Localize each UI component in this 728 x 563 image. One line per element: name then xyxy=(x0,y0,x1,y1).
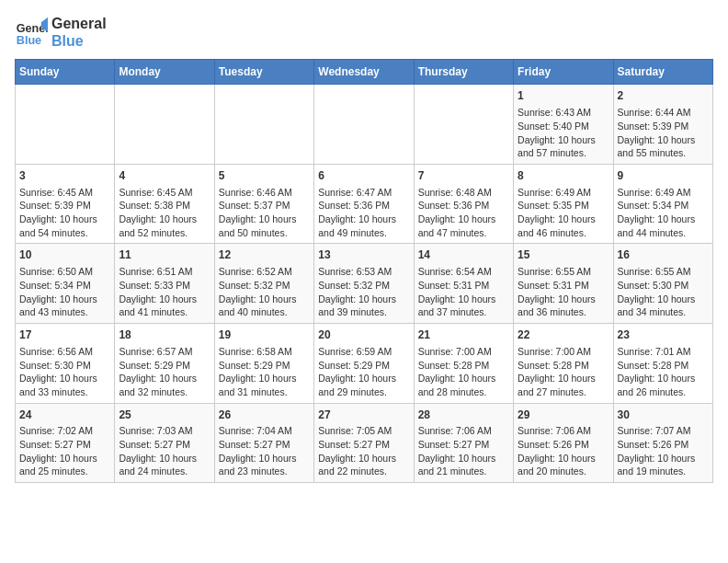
day-info: Sunset: 5:34 PM xyxy=(19,279,110,293)
day-number: 14 xyxy=(418,247,509,263)
header-monday: Monday xyxy=(115,60,214,85)
calendar-cell: 27Sunrise: 7:05 AMSunset: 5:27 PMDayligh… xyxy=(314,403,414,483)
calendar-header: SundayMondayTuesdayWednesdayThursdayFrid… xyxy=(16,60,713,85)
day-number: 24 xyxy=(19,408,110,423)
day-info: Sunset: 5:36 PM xyxy=(418,199,509,213)
day-info: Daylight: 10 hours and 34 minutes. xyxy=(618,293,709,319)
day-info: Daylight: 10 hours and 41 minutes. xyxy=(119,293,210,319)
day-info: Daylight: 10 hours and 57 minutes. xyxy=(518,133,609,160)
day-info: Sunset: 5:28 PM xyxy=(518,359,609,373)
day-info: Sunrise: 6:49 AM xyxy=(618,186,709,200)
calendar-cell: 11Sunrise: 6:51 AMSunset: 5:33 PMDayligh… xyxy=(115,244,214,324)
header-tuesday: Tuesday xyxy=(214,60,313,85)
day-number: 11 xyxy=(119,247,210,263)
day-number: 20 xyxy=(318,327,409,343)
calendar-cell: 30Sunrise: 7:07 AMSunset: 5:26 PMDayligh… xyxy=(613,403,712,483)
day-info: Sunset: 5:27 PM xyxy=(318,438,409,452)
day-info: Sunrise: 7:06 AM xyxy=(418,424,509,438)
day-info: Sunrise: 7:00 AM xyxy=(418,345,509,359)
day-number: 13 xyxy=(318,247,409,263)
calendar-body: 1Sunrise: 6:43 AMSunset: 5:40 PMDaylight… xyxy=(16,85,713,483)
day-number: 26 xyxy=(219,408,310,423)
day-info: Sunset: 5:27 PM xyxy=(418,438,509,452)
day-info: Daylight: 10 hours and 39 minutes. xyxy=(318,293,409,319)
calendar-cell: 23Sunrise: 7:01 AMSunset: 5:28 PMDayligh… xyxy=(613,324,712,404)
day-info: Daylight: 10 hours and 33 minutes. xyxy=(19,372,110,398)
day-info: Sunrise: 6:50 AM xyxy=(19,265,110,279)
day-info: Sunset: 5:27 PM xyxy=(219,438,310,452)
day-info: Sunrise: 6:55 AM xyxy=(518,265,609,279)
day-info: Sunset: 5:30 PM xyxy=(618,279,709,293)
day-info: Sunrise: 6:46 AM xyxy=(219,186,310,200)
day-info: Sunset: 5:34 PM xyxy=(618,199,709,213)
day-number: 12 xyxy=(219,247,310,263)
day-number: 18 xyxy=(119,327,210,343)
day-info: Sunrise: 6:43 AM xyxy=(518,106,609,120)
day-info: Sunset: 5:31 PM xyxy=(518,279,609,293)
day-number: 22 xyxy=(518,327,609,343)
calendar-cell: 25Sunrise: 7:03 AMSunset: 5:27 PMDayligh… xyxy=(115,403,214,483)
logo: General Blue General Blue xyxy=(15,15,107,50)
header-friday: Friday xyxy=(514,60,613,85)
day-number: 8 xyxy=(518,168,609,184)
week-row-5: 24Sunrise: 7:02 AMSunset: 5:27 PMDayligh… xyxy=(16,403,713,483)
day-info: Daylight: 10 hours and 32 minutes. xyxy=(119,372,210,398)
day-info: Sunset: 5:27 PM xyxy=(119,438,210,452)
day-info: Sunrise: 6:45 AM xyxy=(19,186,110,200)
day-info: Sunrise: 6:51 AM xyxy=(119,265,210,279)
day-info: Sunrise: 6:45 AM xyxy=(119,186,210,200)
day-info: Sunrise: 6:48 AM xyxy=(418,186,509,200)
calendar-cell: 7Sunrise: 6:48 AMSunset: 5:36 PMDaylight… xyxy=(414,164,513,244)
day-info: Sunrise: 7:00 AM xyxy=(518,345,609,359)
calendar-cell: 3Sunrise: 6:45 AMSunset: 5:39 PMDaylight… xyxy=(16,164,115,244)
calendar-cell: 20Sunrise: 6:59 AMSunset: 5:29 PMDayligh… xyxy=(314,324,414,404)
day-info: Daylight: 10 hours and 46 minutes. xyxy=(518,213,609,239)
day-number: 28 xyxy=(418,408,509,423)
day-info: Daylight: 10 hours and 22 minutes. xyxy=(318,452,409,478)
calendar-cell: 13Sunrise: 6:53 AMSunset: 5:32 PMDayligh… xyxy=(314,244,414,324)
calendar-cell: 9Sunrise: 6:49 AMSunset: 5:34 PMDaylight… xyxy=(613,164,712,244)
day-number: 19 xyxy=(219,327,310,343)
day-info: Sunrise: 6:52 AM xyxy=(219,265,310,279)
day-info: Sunrise: 7:05 AM xyxy=(318,424,409,438)
day-number: 17 xyxy=(19,327,110,343)
day-info: Sunset: 5:28 PM xyxy=(618,359,709,373)
calendar-cell: 22Sunrise: 7:00 AMSunset: 5:28 PMDayligh… xyxy=(514,324,613,404)
day-number: 5 xyxy=(219,168,310,184)
day-info: Daylight: 10 hours and 26 minutes. xyxy=(618,372,709,398)
day-number: 16 xyxy=(618,247,709,263)
day-info: Sunset: 5:36 PM xyxy=(318,199,409,213)
day-info: Sunset: 5:31 PM xyxy=(418,279,509,293)
calendar-cell: 10Sunrise: 6:50 AMSunset: 5:34 PMDayligh… xyxy=(16,244,115,324)
day-info: Sunset: 5:29 PM xyxy=(119,359,210,373)
day-info: Sunset: 5:39 PM xyxy=(19,199,110,213)
day-info: Sunrise: 7:07 AM xyxy=(618,424,709,438)
calendar-cell: 16Sunrise: 6:55 AMSunset: 5:30 PMDayligh… xyxy=(613,244,712,324)
day-info: Sunset: 5:30 PM xyxy=(19,359,110,373)
calendar-cell: 1Sunrise: 6:43 AMSunset: 5:40 PMDaylight… xyxy=(514,85,613,165)
calendar-cell: 24Sunrise: 7:02 AMSunset: 5:27 PMDayligh… xyxy=(16,403,115,483)
header-saturday: Saturday xyxy=(613,60,712,85)
day-info: Daylight: 10 hours and 54 minutes. xyxy=(19,213,110,239)
day-info: Sunset: 5:38 PM xyxy=(119,199,210,213)
day-number: 21 xyxy=(418,327,509,343)
header-sunday: Sunday xyxy=(16,60,115,85)
day-info: Sunrise: 7:02 AM xyxy=(19,424,110,438)
day-info: Sunrise: 7:06 AM xyxy=(518,424,609,438)
day-info: Sunrise: 6:47 AM xyxy=(318,186,409,200)
day-info: Daylight: 10 hours and 28 minutes. xyxy=(418,372,509,398)
day-info: Daylight: 10 hours and 47 minutes. xyxy=(418,213,509,239)
day-info: Sunrise: 6:49 AM xyxy=(518,186,609,200)
page-header: General Blue General Blue xyxy=(15,15,713,50)
calendar-cell xyxy=(214,85,313,165)
calendar-cell: 26Sunrise: 7:04 AMSunset: 5:27 PMDayligh… xyxy=(214,403,313,483)
day-info: Daylight: 10 hours and 49 minutes. xyxy=(318,213,409,239)
day-info: Sunrise: 6:57 AM xyxy=(119,345,210,359)
week-row-1: 1Sunrise: 6:43 AMSunset: 5:40 PMDaylight… xyxy=(16,85,713,165)
day-info: Daylight: 10 hours and 36 minutes. xyxy=(518,293,609,319)
header-thursday: Thursday xyxy=(414,60,513,85)
day-info: Sunrise: 6:55 AM xyxy=(618,265,709,279)
day-info: Sunrise: 7:01 AM xyxy=(618,345,709,359)
calendar-table: SundayMondayTuesdayWednesdayThursdayFrid… xyxy=(15,59,713,483)
day-info: Daylight: 10 hours and 44 minutes. xyxy=(618,213,709,239)
